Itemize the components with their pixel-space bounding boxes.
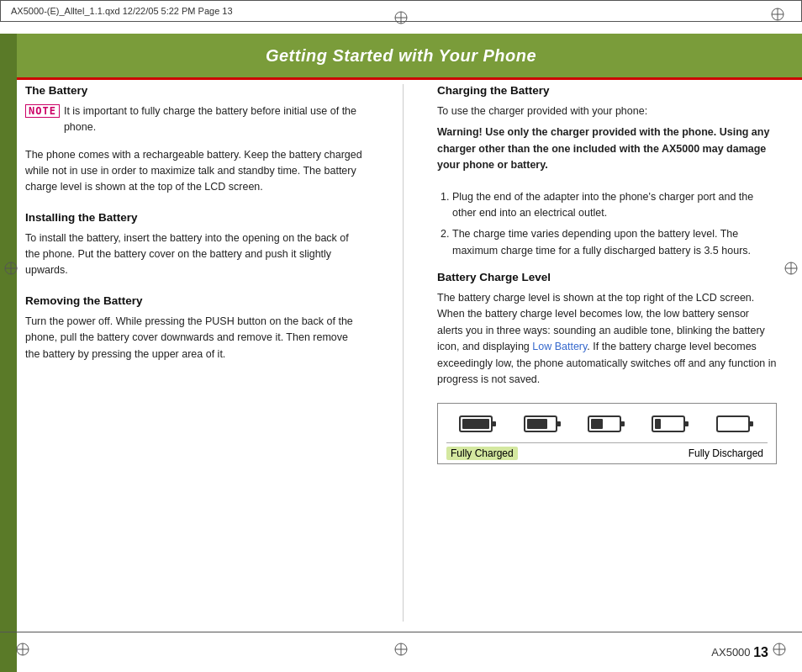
column-divider: [403, 84, 404, 622]
section-charging-title: Charging the Battery: [437, 84, 777, 97]
reg-mark-top-right: [770, 7, 785, 22]
reg-mark-top-center: [393, 10, 409, 25]
reg-mark-right-mid: [784, 261, 799, 276]
label-fully-charged: Fully Charged: [446, 447, 518, 460]
battery-labels-row: Fully Charged Fully Discharged: [446, 442, 768, 463]
svg-rect-8: [527, 419, 547, 429]
svg-rect-4: [492, 421, 496, 426]
svg-rect-14: [655, 419, 661, 429]
reg-mark-bottom-center: [393, 642, 409, 657]
page-header: Getting Started with Your Phone: [0, 34, 802, 77]
battery-icons-row: [446, 414, 768, 442]
note-block: NOTE It is important to fully charge the…: [25, 103, 365, 135]
red-accent-line: [0, 77, 802, 80]
left-accent-bar: [0, 34, 17, 672]
reg-mark-bottom-left: [15, 642, 30, 657]
charging-step-1: Plug the end of the adapter into the pho…: [452, 189, 777, 222]
section-installing-title: Installing the Battery: [25, 211, 365, 224]
content-area: The Battery NOTE It is important to full…: [25, 84, 777, 622]
svg-rect-11: [591, 419, 603, 429]
battery-icon-low: [652, 414, 690, 434]
battery-body: The phone comes with a rechargeable batt…: [25, 147, 365, 196]
svg-rect-13: [684, 421, 689, 426]
note-label: NOTE: [25, 104, 60, 118]
svg-rect-7: [557, 421, 561, 426]
section-removing-title: Removing the Battery: [25, 294, 365, 307]
footer-page-number: 13: [753, 645, 768, 660]
battery-icon-half: [588, 414, 626, 434]
note-text: It is important to fully charge the batt…: [64, 103, 365, 135]
right-column: Charging the Battery To use the charger …: [429, 84, 777, 622]
charging-steps-list: Plug the end of the adapter into the pho…: [437, 189, 777, 260]
file-info-text: AX5000-(E)_Alltel_1.1.qxd 12/22/05 5:22 …: [11, 6, 233, 16]
battery-icon-three-quarter: [524, 414, 562, 434]
svg-rect-5: [462, 419, 489, 429]
label-fully-discharged: Fully Discharged: [684, 447, 768, 460]
low-battery-link: Low Battery: [532, 341, 587, 352]
battery-icon-empty: [716, 414, 755, 434]
removing-body: Turn the power off. While pressing the P…: [25, 314, 365, 362]
battery-icon-full: [459, 414, 498, 434]
charging-warning: Warning! Use only the charger provided w…: [437, 124, 777, 173]
footer-brand: AX5000: [711, 646, 750, 659]
svg-rect-16: [749, 421, 753, 426]
section-battery-title: The Battery: [25, 84, 365, 97]
page-header-title: Getting Started with Your Phone: [266, 46, 536, 66]
svg-rect-15: [717, 416, 749, 431]
charge-level-body: The battery charge level is shown at the…: [437, 290, 777, 388]
charging-step-2: The charge time varies depending upon th…: [452, 226, 777, 259]
installing-body: To install the battery, insert the batte…: [25, 230, 365, 279]
svg-rect-10: [620, 421, 625, 426]
reg-mark-left-mid: [3, 261, 18, 276]
section-charge-level-title: Battery Charge Level: [437, 271, 777, 283]
charging-intro: To use the charger provided with your ph…: [437, 103, 777, 119]
reg-mark-bottom-right: [772, 642, 787, 657]
left-column: The Battery NOTE It is important to full…: [25, 84, 377, 622]
battery-diagram: Fully Charged Fully Discharged: [437, 403, 777, 464]
